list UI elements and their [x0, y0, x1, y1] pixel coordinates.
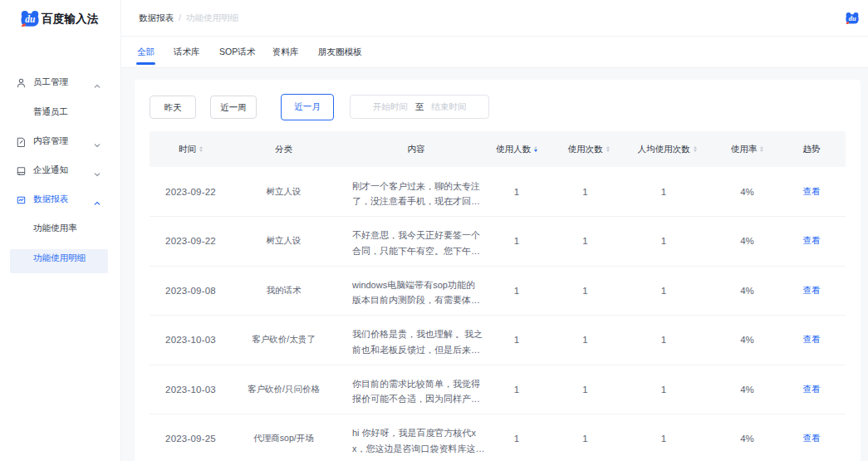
svg-text:du: du	[849, 15, 856, 22]
svg-text:du: du	[25, 14, 36, 24]
